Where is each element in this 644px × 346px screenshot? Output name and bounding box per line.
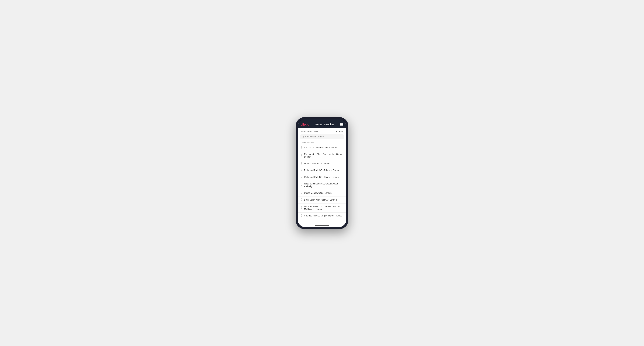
content-area: Find a Golf Course Cancel Nearby courses bbox=[298, 128, 346, 224]
pin-icon bbox=[300, 206, 303, 209]
course-name: Dukes Meadows GC, London bbox=[304, 192, 332, 194]
course-list: Central London Golf Centre, London Roeha… bbox=[298, 144, 346, 224]
app-logo: clippd bbox=[301, 123, 310, 126]
course-name: Central London Golf Centre, London bbox=[304, 146, 338, 149]
svg-point-7 bbox=[301, 184, 302, 185]
course-list-item[interactable]: Royal Wimbledon GC, Great London Authori… bbox=[298, 181, 346, 190]
pin-icon bbox=[300, 176, 303, 179]
pin-icon bbox=[300, 198, 303, 202]
search-container bbox=[298, 134, 346, 141]
pin-icon bbox=[300, 162, 303, 165]
svg-point-5 bbox=[301, 170, 302, 170]
course-name: Richmond Park GC - Prince's, Surrey bbox=[304, 169, 339, 172]
svg-point-9 bbox=[301, 199, 302, 200]
course-list-item[interactable]: Brent Valley Municipal GC, London bbox=[298, 197, 346, 203]
course-list-item[interactable]: Coombe Hill GC, Kingston upon Thames bbox=[298, 213, 346, 219]
cancel-button[interactable]: Cancel bbox=[336, 130, 343, 133]
search-box[interactable] bbox=[300, 134, 344, 139]
nearby-section-label: Nearby courses bbox=[298, 141, 346, 144]
search-icon bbox=[302, 136, 304, 138]
pin-icon bbox=[300, 214, 303, 217]
find-title: Find a Golf Course bbox=[301, 130, 318, 133]
svg-line-1 bbox=[303, 137, 304, 137]
pin-icon bbox=[300, 183, 303, 187]
pin-icon bbox=[300, 146, 303, 149]
svg-point-2 bbox=[301, 147, 302, 147]
menu-icon[interactable] bbox=[340, 123, 343, 126]
course-list-item[interactable]: Dukes Meadows GC, London bbox=[298, 190, 346, 197]
course-name: North Middlesex GC (1011942 - North Midd… bbox=[304, 205, 344, 211]
pin-icon bbox=[300, 192, 303, 195]
course-name: Royal Wimbledon GC, Great London Authori… bbox=[304, 182, 344, 188]
course-list-item[interactable]: Roehampton Club - Roehampton, Greater Lo… bbox=[298, 151, 346, 160]
nav-bar: clippd Recent Searches bbox=[298, 121, 346, 128]
home-indicator bbox=[298, 224, 346, 227]
course-name: Brent Valley Municipal GC, London bbox=[304, 199, 337, 201]
pin-icon bbox=[300, 154, 303, 157]
svg-point-4 bbox=[301, 163, 302, 163]
svg-point-10 bbox=[301, 207, 302, 207]
phone-frame: clippd Recent Searches Find a Golf Cours… bbox=[296, 117, 348, 229]
svg-point-3 bbox=[301, 155, 302, 155]
home-bar bbox=[315, 225, 329, 225]
course-name: Richmond Park GC - Duke's, London bbox=[304, 176, 339, 179]
course-list-item[interactable]: London Scottish GC, London bbox=[298, 160, 346, 167]
course-list-item[interactable]: North Middlesex GC (1011942 - North Midd… bbox=[298, 203, 346, 213]
course-name: London Scottish GC, London bbox=[304, 162, 331, 165]
pin-icon bbox=[300, 169, 303, 172]
course-list-item[interactable]: Central London Golf Centre, London bbox=[298, 144, 346, 151]
nav-title: Recent Searches bbox=[315, 123, 334, 126]
course-list-item[interactable]: Richmond Park GC - Prince's, Surrey bbox=[298, 167, 346, 174]
svg-point-6 bbox=[301, 176, 302, 177]
svg-point-8 bbox=[301, 192, 302, 193]
phone-screen: clippd Recent Searches Find a Golf Cours… bbox=[298, 119, 346, 227]
svg-point-11 bbox=[301, 215, 302, 216]
status-bar bbox=[298, 119, 346, 121]
course-name: Roehampton Club - Roehampton, Greater Lo… bbox=[304, 153, 344, 159]
course-name: Coombe Hill GC, Kingston upon Thames bbox=[304, 214, 342, 217]
find-header: Find a Golf Course Cancel bbox=[298, 128, 346, 134]
search-input[interactable] bbox=[305, 136, 342, 138]
course-list-item[interactable]: Richmond Park GC - Duke's, London bbox=[298, 174, 346, 181]
